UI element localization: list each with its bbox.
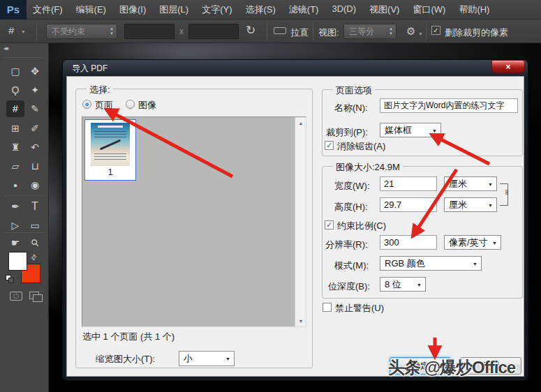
scroll-down-icon[interactable]: ▼ <box>295 315 306 326</box>
pdf-page-thumbnail[interactable]: 1 <box>84 119 136 181</box>
resolution-unit-dropdown[interactable]: 像素/英寸 ▼ <box>444 235 501 250</box>
height-input[interactable]: 29.7 <box>380 197 437 212</box>
pages-radio[interactable] <box>82 100 91 109</box>
brush-tool[interactable]: ✐ <box>26 120 44 137</box>
eyedropper-tool[interactable]: ✎ <box>26 100 44 117</box>
menu-view[interactable]: 视图(V) <box>369 3 399 16</box>
dialog-title: 导入 PDF <box>72 63 108 75</box>
caret-down-icon: ▼ <box>225 356 230 361</box>
mode-label: 模式(M): <box>334 259 369 272</box>
type-tool[interactable]: T <box>26 198 44 215</box>
history-brush-tool[interactable]: ↶ <box>26 139 44 156</box>
height-unit-dropdown[interactable]: 厘米 ▼ <box>444 197 497 212</box>
scroll-up-icon[interactable]: ▲ <box>295 117 306 128</box>
caret-down-icon: ▼ <box>417 282 422 287</box>
preview-text-line <box>94 153 126 154</box>
thumbnail-size-label: 缩览图大小(T): <box>96 353 155 365</box>
dimension-x-label: x <box>179 27 184 36</box>
crop-to-dropdown[interactable]: 媒体框 ▼ <box>380 123 441 137</box>
quick-mask-circle <box>13 294 19 299</box>
collapse-panel-icon[interactable]: ◂◂ <box>3 45 7 52</box>
menu-bar: Ps 文件(F) 编辑(E) 图像(I) 图层(L) 文字(Y) 选择(S) 滤… <box>0 0 541 20</box>
magic-wand-tool[interactable]: ✦ <box>26 82 44 98</box>
thumbnail-size-dropdown[interactable]: 小 ▼ <box>179 351 235 366</box>
suppress-warnings-label[interactable]: 禁止警告(U) <box>335 302 384 315</box>
menu-filter[interactable]: 滤镜(T) <box>289 3 319 16</box>
pages-radio-label[interactable]: 页面 <box>95 99 113 112</box>
suppress-warnings-checkbox[interactable] <box>323 303 332 312</box>
blur-tool[interactable]: ● <box>6 176 24 193</box>
menu-type[interactable]: 文字(Y) <box>202 3 232 16</box>
width-unit-dropdown[interactable]: 厘米 ▼ <box>444 176 497 191</box>
antialias-checkbox[interactable]: ✓ <box>325 141 334 150</box>
options-separator <box>36 22 37 40</box>
spinner-icon: ▲▼ <box>389 27 393 36</box>
gear-caret-icon[interactable]: ▼ <box>418 31 423 36</box>
paint-bucket-tool[interactable]: ⊔ <box>26 158 44 174</box>
crop-tool-icon[interactable]: # <box>8 24 14 36</box>
crop-ratio-dropdown[interactable]: 不受约束 ▲▼ <box>46 24 117 39</box>
menu-edit[interactable]: 编辑(E) <box>76 3 106 16</box>
preview-text-line <box>94 156 126 157</box>
pdf-page-preview <box>91 123 130 166</box>
bit-depth-dropdown[interactable]: 8 位 ▼ <box>380 277 426 292</box>
view-label: 视图: <box>318 27 339 39</box>
crop-tool-caret-icon[interactable]: ▼ <box>21 29 26 34</box>
menu-3d[interactable]: 3D(D) <box>332 3 356 16</box>
width-input[interactable]: 21 <box>380 176 437 191</box>
move-tool[interactable]: ✥ <box>26 63 44 80</box>
thumbnail-scrollbar[interactable]: ▲ ▼ <box>295 117 306 326</box>
foreground-color-swatch[interactable] <box>8 252 27 271</box>
thumbnail-page-number: 1 <box>108 167 113 177</box>
delete-cropped-pixels-checkbox[interactable]: ✓ <box>431 26 440 35</box>
crop-height-input[interactable] <box>188 24 239 39</box>
clone-stamp-tool[interactable]: ♜ <box>6 139 24 156</box>
menu-image[interactable]: 图像(I) <box>119 3 146 16</box>
default-colors-icon[interactable] <box>8 278 14 283</box>
menu-file[interactable]: 文件(F) <box>33 3 63 16</box>
preview-photo-object <box>100 140 121 151</box>
preview-text-line <box>94 159 126 160</box>
options-separator <box>426 22 427 40</box>
straighten-button[interactable]: 拉直 <box>290 27 309 39</box>
toolbar-divider <box>4 232 45 233</box>
width-label: 宽度(W): <box>334 180 370 193</box>
quick-mask-icon[interactable] <box>10 292 22 301</box>
page-options-legend: 页面选项 <box>333 84 375 97</box>
straighten-icon[interactable] <box>274 27 286 34</box>
path-selection-tool[interactable]: ▷ <box>6 217 24 234</box>
lasso-tool[interactable]: Ϙ <box>6 82 24 98</box>
menu-window[interactable]: 窗口(W) <box>413 3 445 16</box>
gear-icon[interactable]: ⚙ <box>406 25 415 38</box>
name-input[interactable]: 图片文字为Word内置的练习文字 <box>380 98 518 113</box>
constrain-proportions-checkbox[interactable]: ✓ <box>325 220 334 229</box>
images-radio-label[interactable]: 图像 <box>138 99 156 112</box>
name-label: 名称(N): <box>334 102 368 114</box>
mode-dropdown[interactable]: RGB 颜色 ▼ <box>380 256 482 271</box>
photoshop-window: Ps 文件(F) 编辑(E) 图像(I) 图层(L) 文字(Y) 选择(S) 滤… <box>0 0 541 392</box>
dodge-tool[interactable]: ◉ <box>26 176 44 193</box>
image-size-legend: 图像大小:24.9M <box>333 161 403 174</box>
dialog-close-button[interactable]: × <box>491 60 525 73</box>
resolution-label: 分辨率(R): <box>325 239 368 251</box>
selected-pages-info: 选中 1 个页面 (共 1 个) <box>82 331 175 343</box>
bit-depth-label: 位深度(B): <box>328 280 370 293</box>
overlay-view-dropdown[interactable]: 三等分 ▲▼ <box>343 24 397 39</box>
screen-mode-icon[interactable] <box>33 294 43 302</box>
eraser-tool[interactable]: ▱ <box>6 158 24 174</box>
crop-to-label: 裁剪到(P): <box>326 126 368 139</box>
healing-brush-tool[interactable]: ⊞ <box>6 120 24 137</box>
constrain-proportions-label[interactable]: 约束比例(C) <box>337 220 386 232</box>
menu-layer[interactable]: 图层(L) <box>159 3 188 16</box>
antialias-label[interactable]: 消除锯齿(A) <box>337 140 385 153</box>
caret-down-icon: ▼ <box>473 261 477 266</box>
pen-tool[interactable]: ✒ <box>6 198 24 215</box>
swap-dimensions-icon[interactable]: ↻ <box>246 23 255 38</box>
menu-select[interactable]: 选择(S) <box>245 3 275 16</box>
resolution-input[interactable]: 300 <box>380 235 437 250</box>
rectangular-marquee-tool[interactable]: ▢ <box>6 63 24 80</box>
crop-tool-selected[interactable]: # <box>6 100 24 117</box>
images-radio[interactable] <box>126 100 135 109</box>
menu-help[interactable]: 帮助(H) <box>459 3 489 16</box>
crop-width-input[interactable] <box>124 24 175 39</box>
